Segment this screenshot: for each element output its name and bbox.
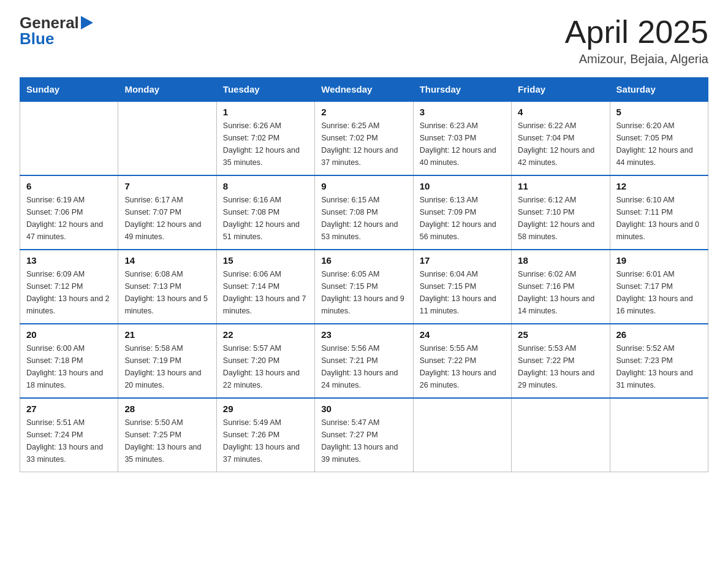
calendar-day-cell [610,398,708,472]
day-number: 23 [321,329,406,340]
day-number: 1 [223,107,308,117]
day-info: Sunrise: 6:22 AMSunset: 7:04 PMDaylight:… [518,120,603,169]
col-monday: Monday [118,78,216,102]
col-wednesday: Wednesday [315,78,413,102]
day-info: Sunrise: 5:56 AMSunset: 7:21 PMDaylight:… [321,342,406,391]
day-number: 12 [616,181,702,191]
day-number: 16 [321,255,406,266]
svg-marker-0 [81,16,93,29]
day-number: 11 [518,181,603,191]
day-number: 13 [26,255,112,266]
day-info: Sunrise: 6:05 AMSunset: 7:15 PMDaylight:… [321,268,406,317]
page-subtitle: Amizour, Bejaia, Algeria [565,52,708,66]
day-number: 30 [321,404,406,414]
calendar-day-cell: 15Sunrise: 6:06 AMSunset: 7:14 PMDayligh… [216,250,314,324]
calendar-week-row: 6Sunrise: 6:19 AMSunset: 7:06 PMDaylight… [20,175,708,250]
day-number: 2 [321,107,406,117]
day-number: 8 [223,181,308,191]
day-info: Sunrise: 5:58 AMSunset: 7:19 PMDaylight:… [124,342,210,391]
day-info: Sunrise: 6:17 AMSunset: 7:07 PMDaylight:… [124,194,210,243]
logo-blue: Blue [20,29,54,48]
calendar-day-cell: 2Sunrise: 6:25 AMSunset: 7:02 PMDaylight… [315,101,413,175]
day-info: Sunrise: 6:00 AMSunset: 7:18 PMDaylight:… [26,342,112,391]
day-number: 25 [518,329,603,340]
day-number: 5 [616,107,702,117]
calendar-day-cell [20,101,118,175]
logo-general: General [20,15,79,31]
day-number: 17 [420,255,505,266]
calendar-day-cell: 7Sunrise: 6:17 AMSunset: 7:07 PMDaylight… [118,175,216,250]
day-number: 24 [420,329,505,340]
calendar-day-cell: 14Sunrise: 6:08 AMSunset: 7:13 PMDayligh… [118,250,216,324]
col-saturday: Saturday [610,78,708,102]
day-number: 22 [223,329,308,340]
day-number: 18 [518,255,603,266]
calendar-day-cell: 26Sunrise: 5:52 AMSunset: 7:23 PMDayligh… [610,324,708,398]
calendar-table: Sunday Monday Tuesday Wednesday Thursday… [20,77,708,472]
day-info: Sunrise: 5:50 AMSunset: 7:25 PMDaylight:… [124,416,210,465]
day-info: Sunrise: 5:51 AMSunset: 7:24 PMDaylight:… [26,416,112,465]
day-number: 6 [26,181,112,191]
day-info: Sunrise: 6:12 AMSunset: 7:10 PMDaylight:… [518,194,603,243]
day-number: 21 [124,329,210,340]
day-info: Sunrise: 6:06 AMSunset: 7:14 PMDaylight:… [223,268,308,317]
calendar-day-cell [512,398,610,472]
calendar-day-cell: 28Sunrise: 5:50 AMSunset: 7:25 PMDayligh… [118,398,216,472]
day-info: Sunrise: 6:19 AMSunset: 7:06 PMDaylight:… [26,194,112,243]
day-info: Sunrise: 6:13 AMSunset: 7:09 PMDaylight:… [420,194,505,243]
calendar-day-cell: 23Sunrise: 5:56 AMSunset: 7:21 PMDayligh… [315,324,413,398]
calendar-day-cell: 9Sunrise: 6:15 AMSunset: 7:08 PMDaylight… [315,175,413,250]
calendar-day-cell: 19Sunrise: 6:01 AMSunset: 7:17 PMDayligh… [610,250,708,324]
day-info: Sunrise: 6:08 AMSunset: 7:13 PMDaylight:… [124,268,210,317]
day-number: 10 [420,181,505,191]
day-number: 9 [321,181,406,191]
day-number: 20 [26,329,112,340]
day-info: Sunrise: 6:23 AMSunset: 7:03 PMDaylight:… [420,120,505,169]
calendar-day-cell: 30Sunrise: 5:47 AMSunset: 7:27 PMDayligh… [315,398,413,472]
calendar-day-cell: 12Sunrise: 6:10 AMSunset: 7:11 PMDayligh… [610,175,708,250]
day-info: Sunrise: 5:53 AMSunset: 7:22 PMDaylight:… [518,342,603,391]
logo-arrow-icon [81,16,93,29]
calendar-day-cell: 25Sunrise: 5:53 AMSunset: 7:22 PMDayligh… [512,324,610,398]
day-info: Sunrise: 6:04 AMSunset: 7:15 PMDaylight:… [420,268,505,317]
calendar-week-row: 13Sunrise: 6:09 AMSunset: 7:12 PMDayligh… [20,250,708,324]
day-info: Sunrise: 6:26 AMSunset: 7:02 PMDaylight:… [223,120,308,169]
day-info: Sunrise: 5:47 AMSunset: 7:27 PMDaylight:… [321,416,406,465]
day-info: Sunrise: 5:52 AMSunset: 7:23 PMDaylight:… [616,342,702,391]
day-info: Sunrise: 6:25 AMSunset: 7:02 PMDaylight:… [321,120,406,169]
calendar-day-cell: 22Sunrise: 5:57 AMSunset: 7:20 PMDayligh… [216,324,314,398]
calendar-day-cell: 8Sunrise: 6:16 AMSunset: 7:08 PMDaylight… [216,175,314,250]
col-tuesday: Tuesday [216,78,314,102]
day-number: 26 [616,329,702,340]
calendar-week-row: 20Sunrise: 6:00 AMSunset: 7:18 PMDayligh… [20,324,708,398]
day-info: Sunrise: 6:09 AMSunset: 7:12 PMDaylight:… [26,268,112,317]
calendar-day-cell: 10Sunrise: 6:13 AMSunset: 7:09 PMDayligh… [413,175,511,250]
col-friday: Friday [512,78,610,102]
day-info: Sunrise: 6:02 AMSunset: 7:16 PMDaylight:… [518,268,603,317]
col-sunday: Sunday [20,78,118,102]
day-info: Sunrise: 6:16 AMSunset: 7:08 PMDaylight:… [223,194,308,243]
calendar-day-cell: 4Sunrise: 6:22 AMSunset: 7:04 PMDaylight… [512,101,610,175]
title-block: April 2025 Amizour, Bejaia, Algeria [565,15,708,66]
calendar-day-cell: 17Sunrise: 6:04 AMSunset: 7:15 PMDayligh… [413,250,511,324]
day-number: 3 [420,107,505,117]
calendar-day-cell [413,398,511,472]
page-title: April 2025 [565,15,708,50]
day-info: Sunrise: 5:55 AMSunset: 7:22 PMDaylight:… [420,342,505,391]
calendar-day-cell: 18Sunrise: 6:02 AMSunset: 7:16 PMDayligh… [512,250,610,324]
calendar-header-row: Sunday Monday Tuesday Wednesday Thursday… [20,78,708,102]
day-info: Sunrise: 6:20 AMSunset: 7:05 PMDaylight:… [616,120,702,169]
calendar-day-cell: 16Sunrise: 6:05 AMSunset: 7:15 PMDayligh… [315,250,413,324]
calendar-day-cell: 5Sunrise: 6:20 AMSunset: 7:05 PMDaylight… [610,101,708,175]
calendar-day-cell: 3Sunrise: 6:23 AMSunset: 7:03 PMDaylight… [413,101,511,175]
calendar-day-cell [118,101,216,175]
day-number: 14 [124,255,210,266]
day-number: 19 [616,255,702,266]
day-number: 4 [518,107,603,117]
calendar-day-cell: 20Sunrise: 6:00 AMSunset: 7:18 PMDayligh… [20,324,118,398]
day-number: 15 [223,255,308,266]
calendar-day-cell: 11Sunrise: 6:12 AMSunset: 7:10 PMDayligh… [512,175,610,250]
calendar-day-cell: 6Sunrise: 6:19 AMSunset: 7:06 PMDaylight… [20,175,118,250]
calendar-day-cell: 27Sunrise: 5:51 AMSunset: 7:24 PMDayligh… [20,398,118,472]
day-number: 29 [223,404,308,414]
